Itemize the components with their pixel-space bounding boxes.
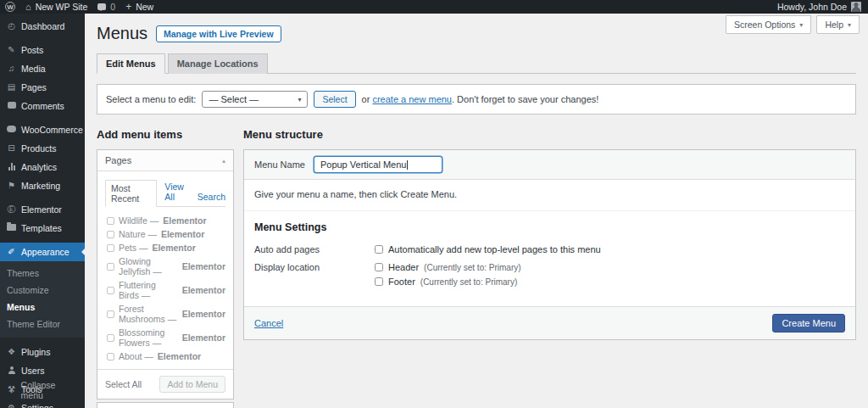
new-content-menu[interactable]: + New: [125, 2, 153, 12]
screen-options-label: Screen Options: [734, 20, 795, 30]
cancel-link[interactable]: Cancel: [254, 318, 283, 328]
sidebar-item-pages[interactable]: ▤ Pages: [0, 78, 85, 97]
sidebar-item-media[interactable]: ♫ Media: [0, 59, 85, 78]
woocommerce-icon: [7, 126, 16, 134]
page-item-type: Elementor: [163, 215, 206, 226]
site-name: New WP Site: [36, 2, 88, 12]
sidebar-item-posts[interactable]: ✎ Posts: [0, 41, 85, 59]
display-location-label: Display location: [254, 262, 375, 287]
page-item-checkbox[interactable]: [107, 231, 114, 238]
screen-options-button[interactable]: Screen Options ▾: [726, 15, 811, 34]
sidebar-item-label: Users: [21, 366, 44, 376]
page-item: Blossoming Flowers — Elementor: [107, 326, 225, 349]
pages-checklist: Wildlife — Elementor Nature — Elementor …: [105, 213, 225, 369]
page-item-title: Blossoming Flowers —: [119, 327, 178, 348]
header-location-label: Header: [388, 262, 419, 272]
sidebar-item-products[interactable]: ⊟ Products: [0, 139, 85, 158]
link-search[interactable]: Search: [198, 189, 225, 206]
page-item: Glowing Jellyfish — Elementor: [107, 254, 225, 278]
comments-menu[interactable]: 0: [97, 2, 115, 12]
sidebar-item-appearance[interactable]: ✐ Appearance: [0, 243, 85, 261]
page-item-title: About —: [119, 351, 153, 361]
footer-location-label: Footer: [388, 277, 415, 287]
menu-structure-heading: Menu structure: [243, 128, 856, 141]
sidebar-item-label: Posts: [21, 45, 43, 55]
user-avatar: [851, 2, 861, 12]
page-item-checkbox[interactable]: [107, 263, 114, 271]
plugins-icon: ❖: [7, 348, 16, 356]
add-to-menu-button[interactable]: Add to Menu: [159, 376, 225, 393]
sidebar-item-dashboard[interactable]: ◴ Dashboard: [0, 17, 85, 36]
sidebar-item-comments[interactable]: Comments: [0, 97, 85, 115]
dashboard-icon: ◴: [7, 22, 16, 31]
tab-edit-menus[interactable]: Edit Menus: [97, 53, 165, 74]
collapse-arrow-icon: ◖: [7, 386, 16, 395]
page-item-checkbox[interactable]: [107, 310, 114, 318]
sidebar-item-elementor[interactable]: Ⓔ Elementor: [0, 200, 85, 219]
page-item-title: Fluttering Birds —: [119, 280, 178, 300]
link-view-all[interactable]: View All: [164, 179, 189, 206]
tab-manage-locations[interactable]: Manage Locations: [168, 53, 268, 74]
help-button[interactable]: Help ▾: [816, 15, 860, 34]
collapse-menu-button[interactable]: ◖ Collapse menu: [0, 376, 85, 405]
sidebar-item-analytics[interactable]: Analytics: [0, 158, 85, 176]
submenu-item-theme-editor[interactable]: Theme Editor: [0, 316, 85, 333]
collapse-menu-label: Collapse menu: [21, 380, 78, 400]
admin-bar: W ⌂ New WP Site 0 + New Howdy, John Doe: [0, 0, 868, 14]
auto-add-option-label: Automatically add new top-level pages to…: [388, 244, 601, 254]
sidebar-item-marketing[interactable]: ⚑ Marketing: [0, 176, 85, 195]
page-item-checkbox[interactable]: [107, 244, 114, 252]
page-title: Menus: [97, 24, 147, 43]
sidebar-item-label: Templates: [21, 223, 62, 233]
submenu-item-menus[interactable]: Menus: [0, 299, 85, 316]
auto-add-pages-label: Auto add pages: [254, 244, 375, 254]
tab-most-recent[interactable]: Most Recent: [105, 180, 157, 207]
plus-icon: +: [125, 2, 131, 12]
menu-structure-column: Menu structure Menu Name Popup Vertical …: [243, 126, 856, 340]
pages-panel-header[interactable]: Pages ▴: [97, 150, 233, 171]
create-menu-button[interactable]: Create Menu: [772, 314, 845, 333]
submenu-item-themes[interactable]: Themes: [0, 265, 85, 282]
pages-icon: ▤: [7, 83, 16, 92]
page-item-title: Glowing Jellyfish —: [119, 256, 178, 277]
menu-structure-box: Menu Name Popup Vertical Menu Give your …: [243, 149, 856, 340]
save-changes-note: . Don't forget to save your changes!: [452, 94, 598, 104]
sidebar-item-templates[interactable]: Templates: [0, 219, 85, 238]
admin-sidebar: ◴ Dashboard ✎ Posts ♫ Media ▤ Pages Comm…: [0, 14, 85, 408]
page-item-checkbox[interactable]: [107, 334, 114, 342]
create-new-menu-link[interactable]: create a new menu: [372, 94, 452, 104]
sidebar-item-label: Pages: [21, 82, 47, 92]
pages-panel-tabs: Most Recent View All Search: [105, 179, 225, 207]
menu-name-input[interactable]: Popup Vertical Menu: [314, 156, 442, 173]
site-name-menu[interactable]: ⌂ New WP Site: [25, 2, 87, 12]
page-item-checkbox[interactable]: [107, 217, 114, 225]
chevron-down-icon: ▾: [848, 21, 851, 29]
page-item-title: Nature —: [119, 229, 157, 239]
sidebar-item-label: Products: [21, 143, 56, 154]
account-menu[interactable]: Howdy, John Doe: [777, 2, 861, 12]
select-button[interactable]: Select: [314, 91, 355, 108]
menus-tabs: Edit Menus Manage Locations: [97, 53, 856, 74]
comments-icon: [7, 102, 16, 110]
help-label: Help: [825, 20, 843, 30]
page-item-type: Elementor: [182, 285, 225, 295]
auto-add-checkbox[interactable]: [375, 245, 383, 254]
wp-logo-menu[interactable]: W: [5, 2, 15, 12]
dropdown-value: — Select —: [209, 94, 259, 104]
header-location-checkbox[interactable]: [375, 263, 383, 271]
footer-location-checkbox[interactable]: [375, 277, 383, 286]
page-item-checkbox[interactable]: [107, 353, 114, 360]
page-item-checkbox[interactable]: [107, 287, 114, 294]
sidebar-item-woocommerce[interactable]: WooCommerce: [0, 120, 85, 139]
comments-bubble-icon: [97, 3, 106, 10]
page-item-type: Elementor: [161, 229, 204, 239]
sidebar-item-plugins[interactable]: ❖ Plugins: [0, 343, 85, 361]
page-item: Wildlife — Elementor: [107, 214, 225, 227]
submenu-item-customize[interactable]: Customize: [0, 282, 85, 299]
page-item-type: Elementor: [182, 309, 225, 319]
accordion-posts[interactable]: Posts ▾: [97, 402, 234, 408]
menu-select-dropdown[interactable]: — Select — ▾: [202, 91, 308, 108]
select-all-link[interactable]: Select All: [105, 379, 142, 389]
manage-live-preview-button[interactable]: Manage with Live Preview: [156, 25, 281, 42]
page-item: Pets — Elementor: [107, 241, 225, 254]
